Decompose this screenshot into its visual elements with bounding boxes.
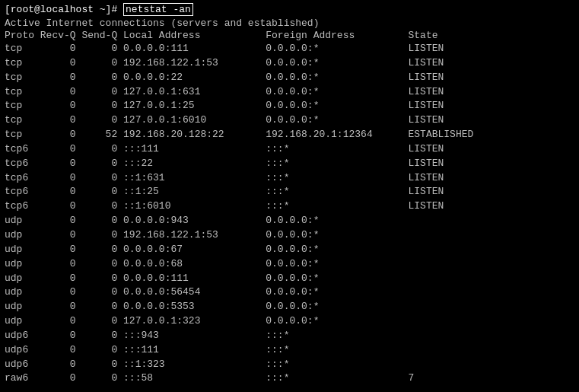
table-row: udp6 0 0 :::943 :::* [5, 329, 574, 343]
data-rows: tcp 0 0 0.0.0.0:111 0.0.0.0:* LISTENtcp … [5, 42, 574, 386]
prompt-text: [root@localhost ~]# [5, 4, 123, 15]
table-row: udp6 0 0 :::111 :::* [5, 343, 574, 358]
command-input: netstat -an [123, 3, 193, 16]
table-row: udp 0 0 0.0.0.0:5353 0.0.0.0:* [5, 300, 574, 314]
column-headers: Proto Recv-Q Send-Q Local Address Foreig… [5, 30, 574, 41]
table-row: tcp 0 0 127.0.0.1:25 0.0.0.0:* LISTEN [5, 99, 574, 113]
table-row: udp 0 0 127.0.0.1:323 0.0.0.0:* [5, 314, 574, 329]
table-row: tcp 0 0 127.0.0.1:631 0.0.0.0:* LISTEN [5, 85, 574, 100]
table-row: tcp 0 52 192.168.20.128:22 192.168.20.1:… [5, 128, 574, 142]
table-row: tcp6 0 0 ::1:631 :::* LISTEN [5, 171, 574, 186]
table-row: udp6 0 0 ::1:323 :::* [5, 358, 574, 372]
table-row: udp 0 0 0.0.0.0:943 0.0.0.0:* [5, 214, 574, 228]
header-line: Active Internet connections (servers and… [5, 18, 574, 29]
table-row: tcp6 0 0 ::1:25 :::* LISTEN [5, 185, 574, 199]
prompt-line: [root@localhost ~]# netstat -an [5, 3, 574, 16]
table-row: udp 0 0 0.0.0.0:111 0.0.0.0:* [5, 272, 574, 286]
table-row: udp 0 0 0.0.0.0:68 0.0.0.0:* [5, 257, 574, 272]
table-row: tcp6 0 0 :::22 :::* LISTEN [5, 157, 574, 171]
table-row: tcp 0 0 0.0.0.0:22 0.0.0.0:* LISTEN [5, 71, 574, 85]
table-row: raw6 0 0 :::58 :::* 7 [5, 371, 574, 386]
table-row: tcp 0 0 127.0.0.1:6010 0.0.0.0:* LISTEN [5, 113, 574, 128]
table-row: tcp6 0 0 :::111 :::* LISTEN [5, 142, 574, 157]
table-row: udp 0 0 0.0.0.0:56454 0.0.0.0:* [5, 285, 574, 300]
terminal-window: [root@localhost ~]# netstat -an Active I… [5, 3, 574, 386]
table-row: udp 0 0 192.168.122.1:53 0.0.0.0:* [5, 228, 574, 243]
table-row: tcp 0 0 192.168.122.1:53 0.0.0.0:* LISTE… [5, 56, 574, 71]
table-row: tcp6 0 0 ::1:6010 :::* LISTEN [5, 199, 574, 214]
table-row: udp 0 0 0.0.0.0:67 0.0.0.0:* [5, 243, 574, 257]
table-row: tcp 0 0 0.0.0.0:111 0.0.0.0:* LISTEN [5, 42, 574, 56]
